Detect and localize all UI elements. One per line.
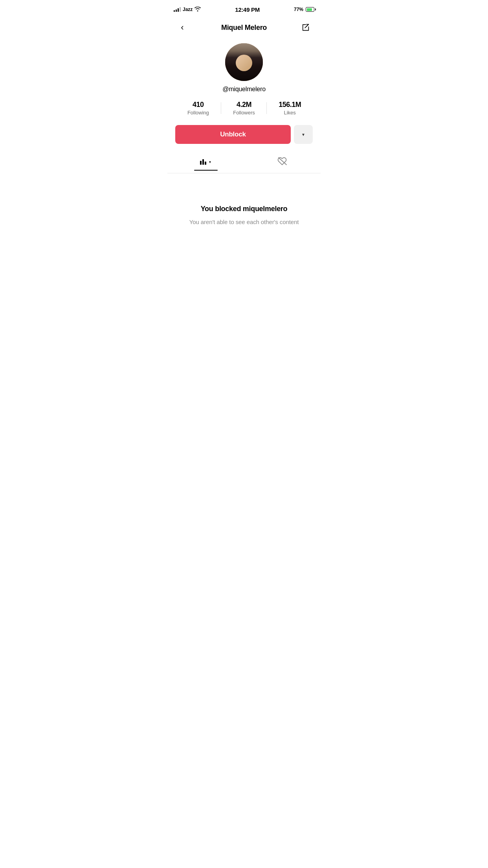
- wifi-icon: [194, 7, 201, 13]
- liked-videos-icon: [277, 156, 288, 167]
- action-buttons: Unblock ▼: [167, 125, 321, 144]
- tab-videos[interactable]: ▼: [167, 154, 244, 170]
- battery-icon: [306, 7, 314, 12]
- carrier-label: Jazz: [183, 7, 193, 12]
- signal-icon: [174, 7, 181, 12]
- page-title: Miquel Melero: [221, 24, 267, 32]
- following-count: 410: [193, 101, 204, 109]
- avatar: [225, 43, 263, 81]
- unblock-button[interactable]: Unblock: [175, 125, 291, 144]
- battery-percent: 77%: [294, 7, 303, 12]
- likes-label: Likes: [284, 110, 296, 116]
- grid-view-icon: ▼: [200, 159, 212, 165]
- stat-following[interactable]: 410 Following: [175, 99, 221, 117]
- followers-label: Followers: [233, 110, 255, 116]
- stat-followers[interactable]: 4.2M Followers: [221, 99, 267, 117]
- status-bar: Jazz 12:49 PM 77%: [167, 0, 321, 17]
- stat-likes[interactable]: 156.1M Likes: [267, 99, 313, 117]
- stats-row: 410 Following 4.2M Followers 156.1M Like…: [175, 99, 313, 117]
- back-button[interactable]: ‹: [175, 20, 189, 35]
- status-right: 77%: [294, 7, 314, 12]
- blocked-content-area: You blocked miquelmelero You aren't able…: [167, 173, 321, 242]
- status-left: Jazz: [174, 7, 201, 13]
- tab-dropdown-icon: ▼: [209, 160, 212, 164]
- chevron-down-icon: ▼: [301, 132, 305, 137]
- followers-count: 4.2M: [237, 101, 251, 109]
- blocked-title: You blocked miquelmelero: [201, 205, 288, 213]
- share-button[interactable]: [299, 20, 313, 35]
- header: ‹ Miquel Melero: [167, 17, 321, 39]
- back-arrow-icon: ‹: [181, 22, 183, 33]
- username: @miquelmelero: [222, 86, 266, 93]
- profile-section: @miquelmelero 410 Following 4.2M Followe…: [167, 39, 321, 125]
- tab-liked[interactable]: [244, 152, 321, 173]
- more-options-button[interactable]: ▼: [294, 125, 313, 144]
- tabs-row: ▼: [167, 152, 321, 173]
- status-time: 12:49 PM: [235, 6, 260, 13]
- following-label: Following: [187, 110, 209, 116]
- share-icon: [301, 23, 310, 32]
- blocked-subtitle: You aren't able to see each other's cont…: [189, 218, 299, 226]
- likes-count: 156.1M: [279, 101, 301, 109]
